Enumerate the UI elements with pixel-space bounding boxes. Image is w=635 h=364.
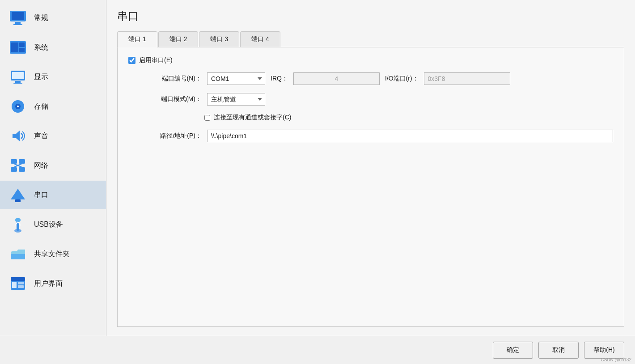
tab-port1[interactable]: 端口 1 bbox=[117, 31, 157, 47]
tab-port4[interactable]: 端口 4 bbox=[240, 31, 280, 47]
svg-rect-2 bbox=[15, 22, 21, 24]
sidebar-item-system[interactable]: 系统 bbox=[0, 33, 106, 62]
svg-rect-7 bbox=[19, 48, 25, 52]
sidebar-item-sound-label: 声音 bbox=[34, 131, 48, 141]
monitor-icon bbox=[7, 7, 29, 29]
serial-icon bbox=[7, 184, 29, 206]
main-content: 串口 端口 1 端口 2 端口 3 端口 4 启用串口(E) 端口编号(N)： bbox=[106, 0, 635, 336]
svg-marker-15 bbox=[13, 131, 20, 141]
sidebar-item-network[interactable]: 网络 bbox=[0, 151, 106, 180]
sidebar: 常规 系统 bbox=[0, 0, 106, 336]
svg-line-22 bbox=[14, 165, 18, 167]
sidebar-item-shared[interactable]: 共享文件夹 bbox=[0, 240, 106, 268]
sidebar-item-shared-label: 共享文件夹 bbox=[34, 250, 70, 259]
svg-rect-18 bbox=[11, 167, 17, 172]
svg-point-14 bbox=[17, 106, 19, 107]
display-icon bbox=[7, 66, 29, 88]
svg-rect-16 bbox=[11, 159, 17, 164]
svg-rect-32 bbox=[11, 277, 25, 281]
svg-line-21 bbox=[18, 164, 22, 165]
svg-rect-11 bbox=[13, 83, 22, 84]
path-label: 路径/地址(P)： bbox=[139, 132, 202, 140]
enable-serial-checkbox[interactable] bbox=[128, 57, 135, 64]
connect-checkbox-row: 连接至现有通道或套接字(C) bbox=[204, 114, 613, 122]
port-mode-select[interactable]: 主机管道 主机设备 原始文件 TCP套接字 bbox=[207, 93, 265, 106]
sidebar-item-storage[interactable]: 存储 bbox=[0, 92, 106, 121]
cancel-button[interactable]: 取消 bbox=[538, 342, 579, 359]
enable-serial-label[interactable]: 启用串口(E) bbox=[139, 56, 173, 64]
svg-rect-17 bbox=[19, 159, 25, 164]
path-row: 路径/地址(P)： bbox=[139, 130, 613, 142]
svg-rect-1 bbox=[12, 12, 24, 20]
svg-rect-10 bbox=[15, 81, 21, 83]
storage-icon bbox=[7, 96, 29, 117]
sidebar-item-usb[interactable]: USB设备 bbox=[0, 210, 106, 239]
svg-marker-24 bbox=[11, 189, 25, 199]
sound-icon bbox=[7, 125, 29, 147]
svg-rect-9 bbox=[12, 72, 24, 79]
tabs-bar: 端口 1 端口 2 端口 3 端口 4 bbox=[117, 31, 624, 47]
usb-icon bbox=[7, 214, 29, 235]
svg-line-23 bbox=[18, 165, 22, 167]
tab-port2[interactable]: 端口 2 bbox=[158, 31, 199, 47]
sidebar-item-ui-label: 用户界面 bbox=[34, 279, 63, 288]
dialog-footer: 确定 取消 帮助(H) bbox=[0, 336, 635, 364]
network-icon bbox=[7, 155, 29, 176]
port-number-row: 端口编号(N)： COM1 COM2 COM3 COM4 IRQ： I/O端口(… bbox=[139, 72, 613, 85]
sidebar-item-ui[interactable]: 用户界面 bbox=[0, 269, 106, 298]
sidebar-item-display-label: 显示 bbox=[34, 72, 48, 82]
sidebar-item-normal-label: 常规 bbox=[34, 13, 48, 23]
watermark: CSDN @ch132 bbox=[601, 357, 631, 362]
ok-button[interactable]: 确定 bbox=[493, 342, 533, 359]
port-mode-label: 端口模式(M)： bbox=[139, 95, 202, 103]
help-button[interactable]: 帮助(H) bbox=[584, 342, 624, 359]
svg-rect-19 bbox=[19, 167, 25, 172]
sidebar-item-usb-label: USB设备 bbox=[34, 220, 63, 229]
sidebar-item-display[interactable]: 显示 bbox=[0, 63, 106, 91]
shared-icon bbox=[7, 243, 29, 265]
svg-line-20 bbox=[14, 164, 18, 165]
svg-rect-28 bbox=[15, 218, 21, 222]
svg-rect-5 bbox=[11, 42, 18, 52]
port-number-label: 端口编号(N)： bbox=[139, 75, 202, 83]
sidebar-item-sound[interactable]: 声音 bbox=[0, 122, 106, 150]
sidebar-item-serial[interactable]: 串口 bbox=[0, 181, 106, 209]
io-port-value bbox=[424, 72, 510, 85]
svg-rect-6 bbox=[19, 42, 25, 47]
ui-icon bbox=[7, 273, 29, 294]
connect-existing-label[interactable]: 连接至现有通道或套接字(C) bbox=[214, 114, 291, 122]
sidebar-item-system-label: 系统 bbox=[34, 43, 48, 52]
sidebar-item-network-label: 网络 bbox=[34, 161, 48, 170]
sidebar-item-serial-label: 串口 bbox=[34, 190, 48, 200]
system-icon bbox=[7, 37, 29, 58]
svg-rect-35 bbox=[18, 285, 24, 288]
enable-serial-row: 启用串口(E) bbox=[128, 56, 613, 64]
port-mode-row: 端口模式(M)： 主机管道 主机设备 原始文件 TCP套接字 bbox=[139, 93, 613, 106]
sidebar-item-normal[interactable]: 常规 bbox=[0, 4, 106, 32]
path-input[interactable] bbox=[207, 130, 613, 142]
page-title: 串口 bbox=[117, 9, 624, 23]
content-panel: 启用串口(E) 端口编号(N)： COM1 COM2 COM3 COM4 IRQ… bbox=[117, 47, 624, 327]
irq-label: IRQ： bbox=[271, 75, 288, 83]
svg-rect-33 bbox=[12, 282, 17, 288]
io-port-label: I/O端口(r)： bbox=[385, 75, 419, 83]
port-number-select[interactable]: COM1 COM2 COM3 COM4 bbox=[207, 72, 265, 85]
svg-rect-25 bbox=[15, 199, 21, 202]
sidebar-item-storage-label: 存储 bbox=[34, 102, 48, 111]
tab-port3[interactable]: 端口 3 bbox=[199, 31, 239, 47]
connect-existing-checkbox[interactable] bbox=[204, 115, 210, 121]
svg-rect-34 bbox=[18, 282, 24, 284]
irq-value bbox=[293, 72, 380, 85]
svg-rect-3 bbox=[13, 24, 22, 25]
